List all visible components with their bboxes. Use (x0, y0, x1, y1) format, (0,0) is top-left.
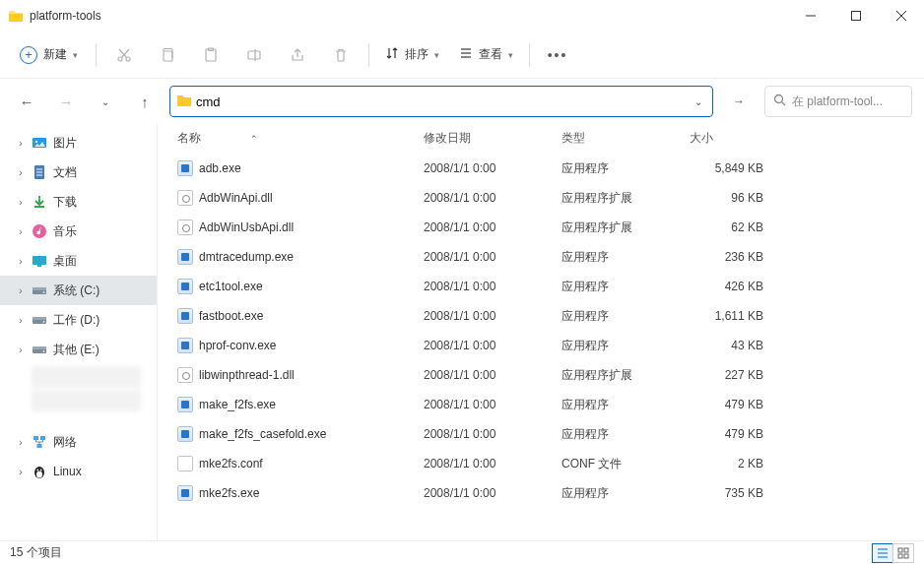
file-row[interactable]: AdbWinApi.dll 2008/1/1 0:00 应用程序扩展 96 KB (158, 183, 924, 213)
file-date: 2008/1/1 0:00 (424, 220, 561, 234)
search-box[interactable]: 在 platform-tool... (764, 86, 912, 117)
maximize-button[interactable] (833, 0, 879, 31)
file-row[interactable]: etc1tool.exe 2008/1/1 0:00 应用程序 426 KB (158, 272, 924, 301)
address-bar[interactable]: ⌄ (169, 86, 713, 117)
search-placeholder: 在 platform-tool... (792, 94, 883, 110)
expand-icon: › (16, 197, 26, 208)
file-type: 应用程序扩展 (561, 190, 690, 207)
sidebar-item[interactable]: › Linux (0, 457, 157, 486)
file-row[interactable]: libwinpthread-1.dll 2008/1/1 0:00 应用程序扩展… (158, 360, 924, 390)
minimize-button[interactable] (788, 0, 833, 31)
file-date: 2008/1/1 0:00 (424, 486, 561, 500)
sidebar-item[interactable]: › 文档 (0, 157, 157, 187)
chevron-down-icon: ▾ (73, 50, 78, 60)
folder-icon (8, 8, 24, 24)
forward-button[interactable]: → (51, 87, 81, 116)
sidebar-item-label: 下载 (53, 194, 77, 211)
column-date[interactable]: 修改日期 (424, 130, 561, 147)
close-button[interactable] (879, 0, 924, 31)
share-button[interactable] (278, 37, 317, 73)
rename-button[interactable] (234, 37, 274, 73)
delete-button[interactable] (321, 37, 361, 73)
svg-rect-1 (852, 12, 861, 21)
file-row[interactable]: AdbWinUsbApi.dll 2008/1/1 0:00 应用程序扩展 62… (158, 213, 924, 242)
cut-button[interactable] (104, 37, 144, 73)
column-name[interactable]: 名称⌃ (177, 130, 424, 147)
drive-icon (32, 342, 47, 357)
file-icon (177, 426, 193, 442)
sidebar-item[interactable]: › 图片 (0, 128, 157, 157)
view-button[interactable]: 查看 ▾ (451, 40, 521, 69)
up-button[interactable]: ↑ (130, 87, 160, 116)
file-row[interactable]: adb.exe 2008/1/1 0:00 应用程序 5,849 KB (158, 154, 924, 183)
filelist: 名称⌃ 修改日期 类型 大小 adb.exe 2008/1/1 0:00 应用程… (158, 124, 924, 540)
icons-view-button[interactable] (892, 543, 914, 563)
column-size[interactable]: 大小 (690, 130, 763, 147)
svg-point-4 (118, 57, 122, 61)
expand-icon: › (16, 345, 26, 355)
file-row[interactable]: dmtracedump.exe 2008/1/1 0:00 应用程序 236 K… (158, 242, 924, 272)
file-icon (177, 160, 193, 176)
sidebar-item[interactable]: › 其他 (E:) (0, 335, 157, 364)
view-toggle (872, 543, 914, 563)
details-view-button[interactable] (872, 543, 893, 563)
nav-row: ← → ⌄ ↑ ⌄ → 在 platform-tool... (0, 79, 924, 124)
address-input[interactable] (192, 94, 689, 109)
expand-icon: › (16, 315, 26, 326)
file-icon (177, 338, 193, 353)
svg-rect-26 (33, 287, 46, 290)
file-row[interactable]: mke2fs.exe 2008/1/1 0:00 应用程序 735 KB (158, 478, 924, 508)
file-icon (177, 308, 193, 324)
file-row[interactable]: make_f2fs_casefold.exe 2008/1/1 0:00 应用程… (158, 419, 924, 449)
file-name: hprof-conv.exe (199, 339, 277, 352)
sort-button[interactable]: 排序 ▾ (377, 40, 447, 69)
svg-rect-36 (37, 444, 42, 448)
file-rows: adb.exe 2008/1/1 0:00 应用程序 5,849 KB AdbW… (158, 154, 924, 540)
file-date: 2008/1/1 0:00 (424, 427, 561, 441)
file-row[interactable]: fastboot.exe 2008/1/1 0:00 应用程序 1,611 KB (158, 301, 924, 331)
sidebar-item[interactable]: › 音乐 (0, 217, 157, 246)
file-row[interactable]: mke2fs.conf 2008/1/1 0:00 CONF 文件 2 KB (158, 449, 924, 478)
file-size: 227 KB (690, 368, 763, 382)
drive-icon (32, 312, 47, 328)
search-icon (773, 94, 786, 109)
svg-rect-29 (33, 317, 46, 320)
svg-rect-47 (904, 554, 908, 558)
sidebar-item[interactable]: › 工作 (D:) (0, 305, 157, 335)
file-icon (177, 190, 193, 206)
file-row[interactable]: make_f2fs.exe 2008/1/1 0:00 应用程序 479 KB (158, 390, 924, 419)
view-label: 查看 (479, 46, 502, 63)
file-size: 735 KB (690, 486, 763, 500)
file-size: 236 KB (690, 250, 763, 264)
sidebar-item[interactable]: › 系统 (C:) (0, 276, 157, 305)
sidebar-item[interactable]: › 桌面 (0, 246, 157, 276)
svg-rect-34 (33, 436, 38, 440)
svg-rect-44 (898, 548, 902, 552)
column-type[interactable]: 类型 (561, 130, 690, 147)
paste-button[interactable] (191, 37, 231, 73)
file-name: make_f2fs_casefold.exe (199, 427, 326, 441)
file-name: adb.exe (199, 161, 241, 175)
svg-point-30 (43, 321, 45, 323)
file-row[interactable]: hprof-conv.exe 2008/1/1 0:00 应用程序 43 KB (158, 331, 924, 360)
file-date: 2008/1/1 0:00 (424, 457, 561, 470)
go-button[interactable]: → (723, 86, 755, 117)
expand-icon: › (16, 467, 26, 477)
address-history-button[interactable]: ⌄ (689, 96, 708, 107)
toolbar: + 新建 ▾ 排序 ▾ 查看 ▾ ••• (0, 31, 924, 79)
drive-icon (32, 282, 47, 298)
svg-rect-35 (40, 436, 45, 440)
new-button[interactable]: + 新建 ▾ (10, 40, 88, 70)
sort-icon (385, 46, 399, 63)
chevron-down-icon: ▾ (508, 50, 513, 60)
recent-button[interactable]: ⌄ (91, 87, 120, 116)
expand-icon: › (16, 437, 26, 448)
sidebar-item[interactable]: › 网络 (0, 427, 157, 457)
back-button[interactable]: ← (12, 87, 41, 116)
sidebar-item[interactable]: › 下载 (0, 187, 157, 217)
file-date: 2008/1/1 0:00 (424, 309, 561, 323)
more-button[interactable]: ••• (538, 37, 577, 73)
file-size: 5,849 KB (690, 161, 763, 175)
file-icon (177, 367, 193, 383)
copy-button[interactable] (148, 37, 187, 73)
